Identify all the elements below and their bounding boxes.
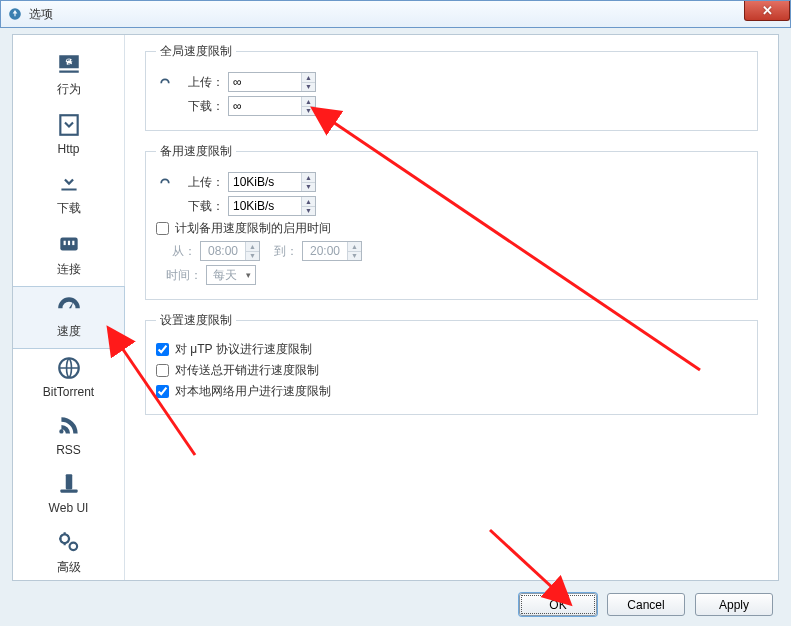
from-label: 从： [166,243,196,260]
time-label: 时间： [166,267,202,284]
row-alt-upload: 上传： ▲▼ [156,172,747,192]
globe-icon [54,353,84,383]
schedule-checkbox-input[interactable] [156,222,169,235]
global-upload-input[interactable] [229,73,301,91]
sidebar-item-label: BitTorrent [43,385,94,399]
schedule-checkbox-label: 计划备用速度限制的启用时间 [175,220,331,237]
to-time-spin: ▲▼ [302,241,362,261]
svg-rect-5 [72,241,74,245]
opt-overhead-label: 对传送总开销进行速度限制 [175,362,319,379]
spin-up[interactable]: ▲ [302,173,315,183]
group-alt-limit: 备用速度限制 上传： ▲▼ 下载： ▲▼ 计划备用速度限制的启用时间 [145,143,758,300]
sidebar-item-bittorrent[interactable]: BitTorrent [13,349,124,407]
gears-icon [54,527,84,557]
opt-lan-checkbox[interactable]: 对本地网络用户进行速度限制 [156,383,747,400]
sidebar-item-label: 速度 [57,323,81,340]
server-icon [54,469,84,499]
apply-button[interactable]: Apply [695,593,773,616]
alt-upload-input[interactable] [229,173,301,191]
svg-rect-3 [63,241,65,245]
close-icon: ✕ [762,3,773,18]
group-legend: 设置速度限制 [156,312,236,329]
titlebar: 选项 ✕ [0,0,791,28]
row-schedule-time: 从： ▲▼ 到： ▲▼ [166,241,747,261]
svg-rect-7 [65,474,72,489]
sidebar-item-label: 连接 [57,261,81,278]
opt-overhead-checkbox[interactable]: 对传送总开销进行速度限制 [156,362,747,379]
download-icon [54,168,84,198]
row-schedule-days: 时间： 每天 [166,265,747,285]
dialog-body: 行为 Http 下载 连接 速度 BitTorrent RSS Web UI [12,34,779,581]
group-legend: 备用速度限制 [156,143,236,160]
upload-label: 上传： [180,74,224,91]
ok-button[interactable]: OK [519,593,597,616]
gauge-icon [156,175,174,189]
global-download-spin[interactable]: ▲▼ [228,96,316,116]
opt-utp-input[interactable] [156,343,169,356]
spin-down[interactable]: ▼ [302,183,315,192]
to-time-input [303,242,347,260]
sidebar-item-http[interactable]: Http [13,106,124,164]
from-time-input [201,242,245,260]
sidebar-item-webui[interactable]: Web UI [13,465,124,523]
spin-up[interactable]: ▲ [302,73,315,83]
ethernet-icon [54,229,84,259]
sidebar-item-connect[interactable]: 连接 [13,225,124,286]
opt-lan-label: 对本地网络用户进行速度限制 [175,383,331,400]
sidebar-item-label: Web UI [49,501,89,515]
opt-overhead-input[interactable] [156,364,169,377]
sidebar-item-rss[interactable]: RSS [13,407,124,465]
sidebar-item-speed[interactable]: 速度 [13,286,125,349]
group-set-limit: 设置速度限制 对 μTP 协议进行速度限制 对传送总开销进行速度限制 对本地网络… [145,312,758,415]
svg-point-10 [69,543,77,551]
sidebar-item-label: Http [57,142,79,156]
svg-rect-8 [60,489,77,492]
group-legend: 全局速度限制 [156,43,236,60]
to-label: 到： [268,243,298,260]
sidebar-item-label: RSS [56,443,81,457]
opt-utp-label: 对 μTP 协议进行速度限制 [175,341,312,358]
sidebar-item-behavior[interactable]: 行为 [13,45,124,106]
download-label: 下载： [180,198,224,215]
svg-rect-4 [67,241,69,245]
spin-up[interactable]: ▲ [302,97,315,107]
upload-label: 上传： [180,174,224,191]
alt-download-spin[interactable]: ▲▼ [228,196,316,216]
alt-download-input[interactable] [229,197,301,215]
opt-utp-checkbox[interactable]: 对 μTP 协议进行速度限制 [156,341,747,358]
cancel-button[interactable]: Cancel [607,593,685,616]
gear-monitor-icon [54,49,84,79]
global-download-input[interactable] [229,97,301,115]
close-button[interactable]: ✕ [744,1,790,21]
sidebar-item-label: 行为 [57,81,81,98]
download-label: 下载： [180,98,224,115]
gauge-icon [156,75,174,89]
rss-icon [54,411,84,441]
download-box-icon [54,110,84,140]
sidebar-item-label: 高级 [57,559,81,576]
spin-down[interactable]: ▼ [302,83,315,92]
sidebar: 行为 Http 下载 连接 速度 BitTorrent RSS Web UI [13,35,125,580]
spin-down[interactable]: ▼ [302,107,315,116]
content-pane: 全局速度限制 上传： ▲▼ 下载： ▲▼ 备用速度限制 [125,35,778,580]
row-global-download: 下载： ▲▼ [156,96,747,116]
schedule-checkbox[interactable]: 计划备用速度限制的启用时间 [156,220,747,237]
sidebar-item-advanced[interactable]: 高级 [13,523,124,584]
spin-down[interactable]: ▼ [302,207,315,216]
sidebar-item-download[interactable]: 下载 [13,164,124,225]
global-upload-spin[interactable]: ▲▼ [228,72,316,92]
app-icon [7,6,23,22]
alt-upload-spin[interactable]: ▲▼ [228,172,316,192]
speedometer-icon [54,291,84,321]
opt-lan-input[interactable] [156,385,169,398]
row-alt-download: 下载： ▲▼ [156,196,747,216]
days-combo: 每天 [206,265,256,285]
from-time-spin: ▲▼ [200,241,260,261]
group-global-limit: 全局速度限制 上传： ▲▼ 下载： ▲▼ [145,43,758,131]
row-global-upload: 上传： ▲▼ [156,72,747,92]
sidebar-item-label: 下载 [57,200,81,217]
spin-up[interactable]: ▲ [302,197,315,207]
dialog-footer: OK Cancel Apply [519,593,773,616]
window-title: 选项 [29,6,53,23]
